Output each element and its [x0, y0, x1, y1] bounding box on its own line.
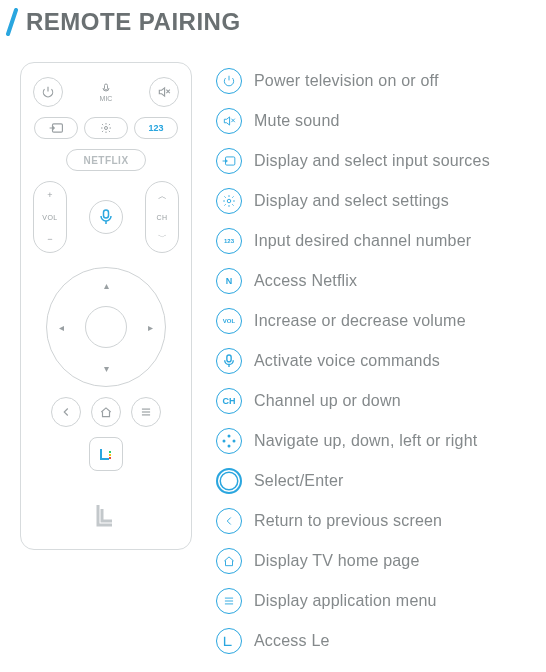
back-button[interactable] [51, 397, 81, 427]
mute-button[interactable] [149, 77, 179, 107]
svg-point-4 [105, 127, 108, 130]
content: MIC 123 NETFLIX + VOL − [0, 36, 546, 664]
dpad[interactable]: ▴ ▾ ◂ ▸ [46, 267, 166, 387]
legend-label: Access Le [254, 632, 330, 650]
legend-item: Display and select settings [216, 188, 490, 214]
svg-rect-5 [104, 210, 109, 218]
home-button[interactable] [91, 397, 121, 427]
svg-point-20 [228, 445, 231, 448]
mic-hole: MIC [100, 83, 113, 102]
legend-label: Display and select settings [254, 192, 449, 210]
svg-rect-0 [105, 84, 108, 90]
mic-label: MIC [100, 95, 113, 102]
legend-le-icon [216, 628, 242, 654]
legend-label: Access Netflix [254, 272, 357, 290]
legend-select-icon [216, 468, 242, 494]
svg-point-16 [227, 199, 231, 203]
legend-power-icon [216, 68, 242, 94]
legend-micbtn-icon [216, 348, 242, 374]
svg-rect-12 [109, 451, 111, 453]
legend-123-icon: 123 [216, 228, 242, 254]
legend-item: Display and select input sources [216, 148, 490, 174]
legend-menu-icon [216, 588, 242, 614]
vol-label: VOL [42, 214, 58, 221]
minus-icon: − [47, 234, 52, 244]
legend-item: Navigate up, down, left or right [216, 428, 490, 454]
legend-label: Activate voice commands [254, 352, 440, 370]
numpad-button[interactable]: 123 [134, 117, 178, 139]
legend-nav-icon [216, 428, 242, 454]
legend-CH-icon: CH [216, 388, 242, 414]
dpad-left-icon: ◂ [59, 322, 64, 333]
legend-mute-icon [216, 108, 242, 134]
legend-label: Mute sound [254, 112, 340, 130]
page-title: REMOTE PAIRING [26, 8, 241, 36]
le-button[interactable] [89, 437, 123, 471]
volume-rocker[interactable]: + VOL − [33, 181, 67, 253]
svg-rect-17 [227, 355, 231, 362]
legend-item: NAccess Netflix [216, 268, 490, 294]
legend-label: Increase or decrease volume [254, 312, 466, 330]
legend-home-icon [216, 548, 242, 574]
legend-item: 123Input desired channel number [216, 228, 490, 254]
chevron-up-icon: ︿ [158, 190, 167, 203]
menu-button[interactable] [131, 397, 161, 427]
svg-point-19 [228, 435, 231, 438]
header-slash-icon [4, 8, 20, 36]
input-button[interactable] [34, 117, 78, 139]
legend-label: Channel up or down [254, 392, 401, 410]
legend-label: Power television on or off [254, 72, 439, 90]
netflix-button[interactable]: NETFLIX [66, 149, 146, 171]
legend-item: Mute sound [216, 108, 490, 134]
legend-label: Display and select input sources [254, 152, 490, 170]
header: REMOTE PAIRING [0, 0, 546, 36]
dpad-down-icon: ▾ [104, 363, 109, 374]
settings-button[interactable] [84, 117, 128, 139]
legend-item: Display application menu [216, 588, 490, 614]
legend-label: Input desired channel number [254, 232, 471, 250]
legend-back-icon [216, 508, 242, 534]
select-button[interactable] [85, 306, 127, 348]
legend-gear-icon [216, 188, 242, 214]
legend-item: Power television on or off [216, 68, 490, 94]
legend: Power television on or offMute soundDisp… [216, 62, 490, 654]
voice-button[interactable] [89, 200, 123, 234]
dpad-up-icon: ▴ [104, 280, 109, 291]
legend-label: Display application menu [254, 592, 437, 610]
svg-point-21 [223, 440, 226, 443]
legend-item: Select/Enter [216, 468, 490, 494]
legend-VOL-icon: VOL [216, 308, 242, 334]
legend-input-icon [216, 148, 242, 174]
power-button[interactable] [33, 77, 63, 107]
svg-point-22 [233, 440, 236, 443]
legend-N-icon: N [216, 268, 242, 294]
legend-item: Return to previous screen [216, 508, 490, 534]
legend-label: Navigate up, down, left or right [254, 432, 477, 450]
remote-diagram: MIC 123 NETFLIX + VOL − [20, 62, 192, 550]
brand-logo [92, 481, 120, 533]
plus-icon: + [47, 190, 52, 200]
legend-label: Return to previous screen [254, 512, 442, 530]
svg-rect-11 [109, 454, 111, 456]
legend-item: Activate voice commands [216, 348, 490, 374]
chevron-down-icon: ﹀ [158, 231, 167, 244]
legend-item: Access Le [216, 628, 490, 654]
svg-rect-10 [109, 457, 111, 459]
pill-row: 123 [34, 117, 178, 139]
legend-item: CHChannel up or down [216, 388, 490, 414]
legend-item: VOLIncrease or decrease volume [216, 308, 490, 334]
dpad-right-icon: ▸ [148, 322, 153, 333]
legend-label: Select/Enter [254, 472, 344, 490]
ch-label: CH [156, 214, 167, 221]
legend-label: Display TV home page [254, 552, 420, 570]
channel-rocker[interactable]: ︿ CH ﹀ [145, 181, 179, 253]
legend-item: Display TV home page [216, 548, 490, 574]
